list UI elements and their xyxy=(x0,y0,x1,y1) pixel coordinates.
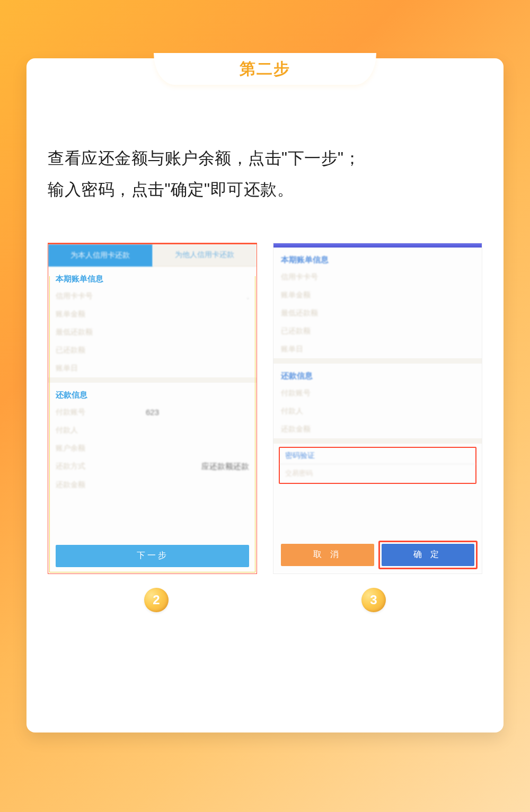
row-paid-amount: 已还款额 xyxy=(48,341,257,359)
row-pay-account: 付款账号 623 xyxy=(48,403,257,421)
row-bill-date-r: 账单日 xyxy=(273,340,482,358)
row-bill-date: 账单日 xyxy=(48,359,257,377)
section-title-bill-info: 本期账单信息 xyxy=(48,267,257,287)
phone-screenshot-2: 为本人信用卡还款 为他人信用卡还款 本期账单信息 信用卡卡号. 账单金额 最低还… xyxy=(48,243,257,574)
row-bill-amount: 账单金额 xyxy=(48,305,257,323)
row-bill-amount-r: 账单金额 xyxy=(273,286,482,304)
row-min-payment-r: 最低还款额 xyxy=(273,304,482,322)
badge-3: 3 xyxy=(361,588,386,612)
tabs-row: 为本人信用卡还款 为他人信用卡还款 xyxy=(48,244,257,267)
divider-r1 xyxy=(273,358,482,364)
tab-self-repay[interactable]: 为本人信用卡还款 xyxy=(48,244,153,267)
confirm-button[interactable]: 确 定 xyxy=(382,544,475,566)
status-bar xyxy=(273,243,482,248)
badge-2: 2 xyxy=(144,588,169,612)
instruction-text: 查看应还金额与账户余额，点击"下一步"； 输入密码，点击"确定"即可还款。 xyxy=(48,143,482,206)
row-min-payment: 最低还款额 xyxy=(48,323,257,341)
screenshots-row: 为本人信用卡还款 为他人信用卡还款 本期账单信息 信用卡卡号. 账单金额 最低还… xyxy=(48,243,482,574)
row-payer-r: 付款人 xyxy=(273,402,482,420)
step-title: 第二步 xyxy=(240,58,290,80)
row-balance: 账户余额 xyxy=(48,439,257,457)
divider-r2 xyxy=(273,438,482,444)
instruction-line-2: 输入密码，点击"确定"即可还款。 xyxy=(48,174,482,206)
row-paid-amount-r: 已还款额 xyxy=(273,322,482,340)
password-section-title: 密码验证 xyxy=(280,448,475,464)
row-repay-amount-r: 还款金额 xyxy=(273,420,482,438)
row-pay-account-r: 付款账号 xyxy=(273,384,482,402)
section-title-bill-info-r: 本期账单信息 xyxy=(273,248,482,268)
step-number-badges: 2 3 xyxy=(48,588,482,612)
row-repay-amount: 还款金额 xyxy=(48,476,257,494)
tab-other-repay[interactable]: 为他人信用卡还款 xyxy=(153,244,257,267)
divider xyxy=(48,377,257,383)
repay-method-value: 应还款额还款 xyxy=(201,462,249,472)
step-title-tab: 第二步 xyxy=(154,53,376,85)
row-card-number: 信用卡卡号. xyxy=(48,287,257,305)
section-title-repay-info: 还款信息 xyxy=(48,383,257,403)
instruction-line-1: 查看应还金额与账户余额，点击"下一步"； xyxy=(48,143,482,174)
row-card-number-r: 信用卡卡号 xyxy=(273,268,482,286)
next-step-button[interactable]: 下一步 xyxy=(56,545,249,567)
section-title-repay-info-r: 还款信息 xyxy=(273,364,482,384)
confirm-button-highlight: 确 定 xyxy=(382,544,475,566)
instruction-card: 第二步 查看应还金额与账户余额，点击"下一步"； 输入密码，点击"确定"即可还款… xyxy=(26,58,504,732)
password-input[interactable]: 交易密码 xyxy=(280,464,475,483)
password-section-highlight: 密码验证 交易密码 xyxy=(279,447,476,484)
cancel-button[interactable]: 取 消 xyxy=(281,544,374,566)
row-repay-method: 还款方式 应还款额还款 xyxy=(48,457,257,476)
phone-screenshot-3: 本期账单信息 信用卡卡号 账单金额 最低还款额 已还款额 账单日 还款信息 付款… xyxy=(273,243,482,574)
button-row: 取 消 确 定 xyxy=(281,544,474,566)
pay-account-value: 623 xyxy=(146,408,159,417)
row-payer: 付款人 xyxy=(48,421,257,439)
